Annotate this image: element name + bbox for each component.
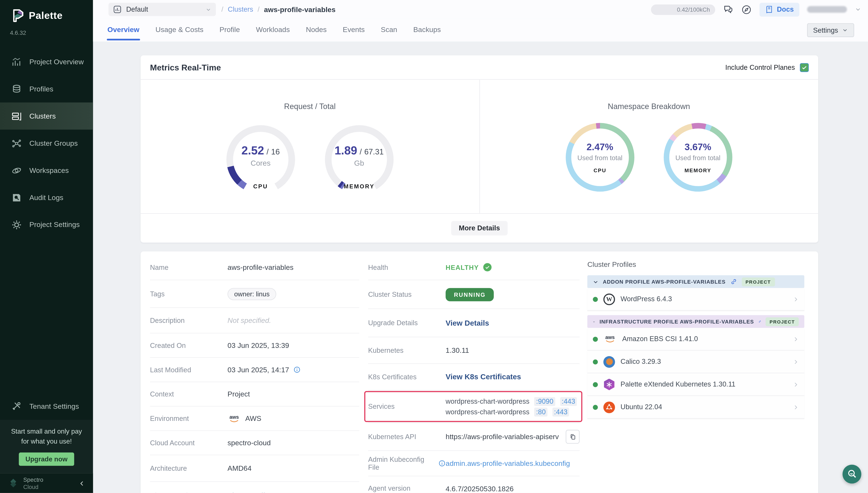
row-environment: Environment aws AWS (150, 406, 359, 431)
status-dot (593, 382, 598, 387)
details-left-column: Name aws-profile-variables Tags owner: l… (150, 255, 359, 493)
sidebar-item-audit-logs[interactable]: Audit Logs (0, 184, 93, 211)
chevron-right-icon (793, 336, 799, 342)
row-upgrade-details: Upgrade Details View Details (368, 309, 579, 337)
compass-icon[interactable] (741, 4, 752, 15)
tab-events[interactable]: Events (342, 20, 365, 41)
magnifier-smile-icon (846, 469, 858, 480)
tab-profile[interactable]: Profile (219, 20, 240, 41)
project-badge: PROJECT (742, 277, 775, 286)
sidebar-item-cluster-groups[interactable]: Cluster Groups (0, 130, 93, 157)
palette-logo-icon (10, 8, 24, 23)
sidebar-item-tenant-settings[interactable]: Tenant Settings (0, 393, 93, 420)
row-cluster-status: Cluster Status RUNNING (368, 280, 579, 309)
info-icon[interactable] (294, 366, 301, 373)
usage-quota-badge: 0.42/100kCh (651, 4, 716, 15)
wordpress-logo: W (603, 293, 615, 305)
chevron-right-icon (793, 404, 799, 410)
project-badge: PROJECT (766, 317, 799, 326)
sidebar: Palette 4.6.32 Project Overview Profiles… (0, 0, 93, 493)
cluster-tabs-bar: Overview Usage & Costs Profile Workloads… (93, 19, 868, 42)
cluster-details-card: Name aws-profile-variables Tags owner: l… (140, 251, 818, 493)
sidebar-item-label: Clusters (29, 112, 56, 120)
settings-label: Settings (813, 26, 838, 34)
gauge-label: CPU (226, 183, 295, 189)
cluster-settings-view-details-link[interactable]: View Details (227, 491, 269, 493)
collapse-sidebar-icon[interactable] (79, 480, 85, 487)
tab-scan[interactable]: Scan (380, 20, 398, 41)
cluster-settings-button[interactable]: Settings (807, 23, 854, 37)
brand-name: Palette (29, 10, 63, 21)
sidebar-item-workspaces[interactable]: Workspaces (0, 157, 93, 184)
sidebar-item-label: Profiles (29, 85, 53, 93)
tag-pill: owner: linus (227, 288, 276, 300)
sidebar-item-profiles[interactable]: Profiles (0, 75, 93, 103)
health-status: HEALTHY (446, 263, 479, 271)
profile-layer-amazon-ebs-csi[interactable]: aws Amazon EBS CSI 1.41.0 (587, 328, 804, 351)
help-search-button[interactable] (843, 465, 862, 484)
namespace-breakdown-title: Namespace Breakdown (608, 102, 690, 111)
tab-workloads[interactable]: Workloads (255, 20, 290, 41)
project-scope-selector[interactable]: Default (109, 3, 216, 16)
addon-profile-group-header[interactable]: ADDON PROFILE AWS-PROFILE-VARIABLES PROJ… (587, 275, 804, 288)
app-version: 4.6.32 (0, 25, 93, 36)
tab-usage-costs[interactable]: Usage & Costs (155, 20, 204, 41)
user-menu[interactable] (807, 6, 847, 13)
tab-overview[interactable]: Overview (107, 20, 140, 41)
status-dot (593, 297, 598, 301)
breadcrumb-clusters-link[interactable]: Clusters (228, 5, 253, 13)
link-icon (758, 318, 761, 325)
docs-button[interactable]: Docs (760, 3, 799, 16)
chevron-right-icon (793, 296, 799, 302)
sidebar-item-project-settings[interactable]: Project Settings (0, 211, 93, 238)
chevron-down-icon (593, 319, 595, 324)
service-port-link[interactable]: :443 (552, 407, 569, 416)
profile-layer-palette-extended-kubernetes[interactable]: Palette eXtended Kubernetes 1.30.11 (587, 373, 804, 396)
row-services: Services wordpress-chart-wordpress :9090… (368, 390, 579, 423)
service-port-link[interactable]: :443 (560, 397, 577, 406)
brand: Palette (0, 0, 93, 25)
info-icon[interactable] (439, 460, 446, 467)
cluster-profiles-title: Cluster Profiles (587, 260, 804, 269)
gear-icon (11, 219, 22, 230)
copy-icon[interactable] (566, 430, 579, 444)
sidebar-item-project-overview[interactable]: Project Overview (0, 48, 93, 75)
view-k8s-certificates-link[interactable]: View K8s Certificates (446, 373, 521, 381)
service-port-link[interactable]: :9090 (534, 397, 555, 406)
include-control-planes-checkbox[interactable] (800, 63, 809, 72)
profile-layer-calico[interactable]: Calico 3.29.3 (587, 351, 804, 373)
row-last-modified: Last Modified 03 Jun 2025, 14:17 (150, 358, 359, 382)
user-chevron-down-icon[interactable] (855, 6, 861, 13)
tools-icon (11, 401, 22, 411)
check-icon (802, 64, 807, 70)
calico-logo (603, 356, 615, 368)
sidebar-item-label: Tenant Settings (29, 402, 79, 410)
namespace-breakdown-panel: Namespace Breakdown 2.47% Used from tota… (480, 80, 818, 213)
request-total-title: Request / Total (284, 102, 336, 111)
breadcrumb: / Clusters / aws-profile-variables (221, 5, 335, 14)
sidebar-item-clusters[interactable]: Clusters (0, 103, 93, 130)
metrics-card: Metrics Real-Time Include Control Planes… (140, 56, 818, 242)
gauge-label: MEMORY (325, 183, 394, 189)
row-architecture: Architecture AMD64 (150, 455, 359, 482)
metrics-title: Metrics Real-Time (150, 63, 221, 72)
profile-layer-ubuntu[interactable]: Ubuntu 22.04 (587, 396, 804, 419)
row-name: Name aws-profile-variables (150, 255, 359, 280)
tab-nodes[interactable]: Nodes (305, 20, 327, 41)
chat-icon[interactable] (723, 4, 734, 15)
memory-namespace-donut: 3.67% Used from total MEMORY (664, 123, 732, 192)
profile-layer-wordpress[interactable]: W WordPress 6.4.3 (587, 288, 804, 311)
sidebar-item-label: Cluster Groups (29, 139, 77, 147)
kubeconfig-download-link[interactable]: admin.aws-profile-variables.kubeconfig (446, 459, 570, 467)
upgrade-now-button[interactable]: Upgrade now (19, 452, 74, 466)
upgrade-promo: Start small and only pay for what you us… (0, 420, 93, 474)
chevron-right-icon (793, 381, 799, 388)
upgrade-view-details-link[interactable]: View Details (446, 319, 489, 327)
top-bar: Default / Clusters / aws-profile-variabl… (93, 0, 868, 19)
service-port-link[interactable]: :80 (534, 407, 548, 416)
tab-backups[interactable]: Backups (413, 20, 441, 41)
more-details-button[interactable]: More Details (451, 221, 508, 235)
infrastructure-profile-group-header[interactable]: INFRASTRUCTURE PROFILE AWS-PROFILE-VARIA… (587, 315, 804, 328)
row-kubernetes-api: Kubernetes API https://aws-profile-varia… (368, 423, 579, 451)
orbit-icon (11, 165, 22, 176)
